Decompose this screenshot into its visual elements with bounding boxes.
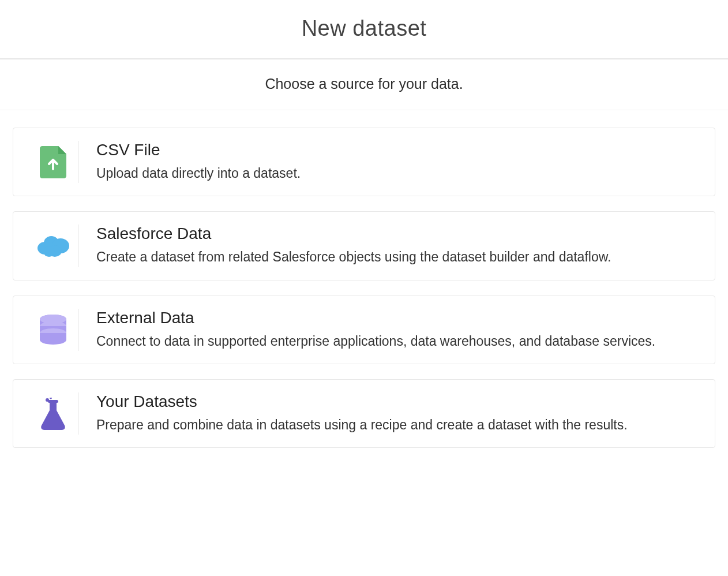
option-title: Salesforce Data <box>96 225 701 243</box>
option-content: Salesforce Data Create a dataset from re… <box>79 225 701 267</box>
salesforce-cloud-icon <box>36 234 70 257</box>
option-icon-wrap <box>27 225 79 267</box>
option-description: Prepare and combine data in datasets usi… <box>96 416 701 435</box>
svg-rect-9 <box>48 400 58 403</box>
option-external-data[interactable]: External Data Connect to data in support… <box>13 296 715 364</box>
option-icon-wrap <box>27 141 79 183</box>
source-options-list: CSV File Upload data directly into a dat… <box>0 110 728 480</box>
page-header: New dataset <box>0 0 728 59</box>
svg-point-11 <box>50 398 52 399</box>
option-content: CSV File Upload data directly into a dat… <box>79 141 701 183</box>
option-description: Upload data directly into a dataset. <box>96 164 701 183</box>
svg-point-10 <box>46 398 49 402</box>
option-title: External Data <box>96 309 701 327</box>
option-description: Create a dataset from related Salesforce… <box>96 248 701 267</box>
csv-upload-icon <box>40 146 66 178</box>
option-title: CSV File <box>96 141 701 159</box>
option-icon-wrap <box>27 309 79 351</box>
option-icon-wrap <box>27 392 79 435</box>
page-title: New dataset <box>0 16 728 41</box>
option-content: Your Datasets Prepare and combine data i… <box>79 392 701 435</box>
option-salesforce-data[interactable]: Salesforce Data Create a dataset from re… <box>13 211 715 280</box>
flask-icon <box>40 398 66 430</box>
option-your-datasets[interactable]: Your Datasets Prepare and combine data i… <box>13 379 715 448</box>
database-icon <box>39 314 67 345</box>
option-csv-file[interactable]: CSV File Upload data directly into a dat… <box>13 128 715 196</box>
option-description: Connect to data in supported enterprise … <box>96 332 701 351</box>
page-subheader: Choose a source for your data. <box>0 59 728 110</box>
svg-point-8 <box>40 315 66 324</box>
option-content: External Data Connect to data in support… <box>79 309 701 351</box>
option-title: Your Datasets <box>96 392 701 411</box>
svg-point-4 <box>43 246 55 257</box>
page-subtitle: Choose a source for your data. <box>0 76 728 92</box>
